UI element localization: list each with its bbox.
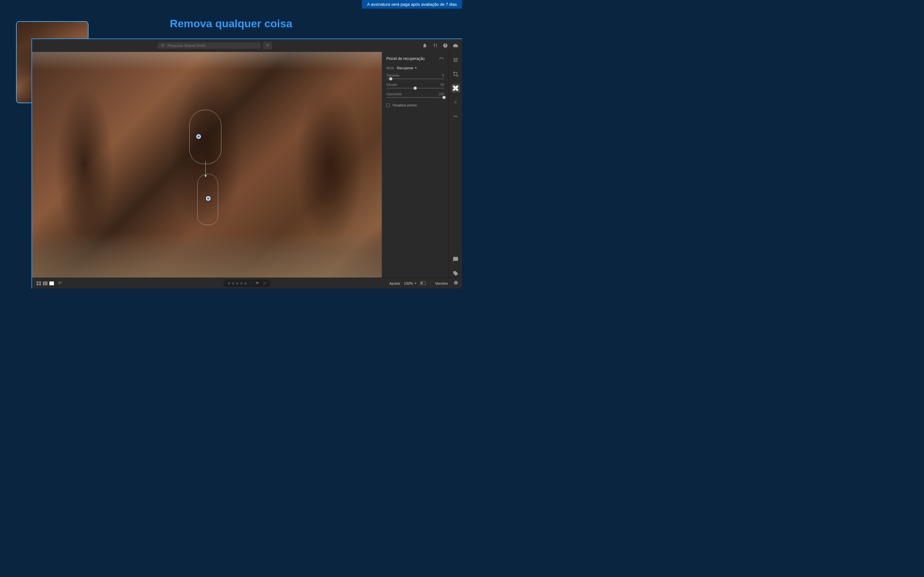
more-tool[interactable] bbox=[451, 112, 460, 121]
healing-panel: Pincel de recuperação Modo Recuperar Tam… bbox=[382, 52, 449, 277]
sort-button[interactable] bbox=[58, 280, 63, 286]
versions-button[interactable]: Versões bbox=[435, 282, 448, 285]
svg-rect-10 bbox=[45, 282, 46, 285]
bandaid-icon bbox=[453, 85, 459, 91]
tag-icon bbox=[453, 271, 459, 276]
crop-icon bbox=[453, 71, 459, 77]
help-icon[interactable] bbox=[443, 43, 448, 48]
info-icon bbox=[454, 280, 458, 285]
svg-rect-9 bbox=[43, 282, 44, 285]
svg-point-3 bbox=[455, 116, 456, 117]
grid-view-button[interactable] bbox=[36, 281, 42, 285]
adjust-tool[interactable] bbox=[451, 56, 460, 64]
svg-rect-5 bbox=[37, 282, 39, 283]
chevron-down-icon bbox=[415, 67, 417, 69]
keywords-tool[interactable] bbox=[451, 269, 460, 277]
star-icon[interactable] bbox=[236, 282, 239, 285]
crop-tool[interactable] bbox=[451, 70, 460, 78]
masking-tool[interactable] bbox=[451, 98, 460, 106]
checkbox-icon bbox=[386, 103, 390, 107]
compare-icon bbox=[43, 282, 47, 285]
top-toolbar bbox=[32, 39, 462, 52]
feather-label: Difusão bbox=[386, 83, 397, 87]
size-label: Tamanho bbox=[386, 74, 399, 77]
feather-slider[interactable] bbox=[386, 88, 444, 89]
svg-rect-6 bbox=[39, 282, 41, 283]
heal-source-outline[interactable] bbox=[189, 110, 221, 164]
svg-rect-8 bbox=[39, 284, 41, 285]
mode-label: Modo bbox=[386, 66, 394, 70]
svg-rect-11 bbox=[46, 282, 47, 285]
show-original-button[interactable] bbox=[420, 280, 426, 286]
svg-rect-14 bbox=[421, 282, 423, 284]
opacity-label: Opacidade bbox=[386, 92, 402, 96]
original-icon bbox=[420, 281, 426, 285]
healing-tool[interactable] bbox=[451, 84, 460, 92]
detail-view-button[interactable] bbox=[49, 281, 55, 285]
opacity-slider[interactable] bbox=[386, 97, 444, 98]
grid-icon bbox=[37, 282, 41, 285]
mode-dropdown[interactable]: Recuperar bbox=[397, 66, 417, 70]
visualize-spots-checkbox[interactable]: Visualizar pontos bbox=[386, 103, 444, 107]
filter-button[interactable] bbox=[263, 42, 272, 49]
star-icon[interactable] bbox=[231, 282, 235, 285]
pick-flag[interactable] bbox=[255, 280, 259, 286]
workspace: Pincel de recuperação Modo Recuperar Tam… bbox=[32, 52, 462, 277]
star-icon[interactable] bbox=[227, 282, 231, 285]
svg-point-2 bbox=[454, 116, 455, 117]
sort-icon bbox=[58, 281, 63, 285]
compare-view-button[interactable] bbox=[42, 281, 48, 285]
chevron-down-icon bbox=[414, 282, 417, 285]
star-icon[interactable] bbox=[240, 282, 243, 285]
sliders-icon bbox=[453, 57, 459, 63]
reject-flag[interactable] bbox=[263, 280, 267, 286]
star-icon[interactable] bbox=[244, 282, 247, 285]
svg-point-1 bbox=[455, 102, 456, 103]
radial-icon bbox=[453, 99, 459, 105]
opacity-value: 100 bbox=[439, 92, 444, 96]
flag-icon bbox=[255, 281, 259, 285]
reset-button[interactable] bbox=[439, 56, 444, 61]
cloud-icon[interactable] bbox=[453, 43, 458, 48]
search-field-wrap[interactable] bbox=[158, 42, 260, 49]
comment-icon bbox=[453, 256, 459, 262]
heal-pin-target[interactable] bbox=[206, 196, 210, 201]
fit-dropdown[interactable]: Ajustar 100% bbox=[389, 282, 417, 285]
share-icon[interactable] bbox=[433, 43, 438, 48]
svg-rect-12 bbox=[49, 282, 54, 285]
comments-tool[interactable] bbox=[451, 255, 460, 263]
funnel-icon bbox=[266, 44, 270, 47]
svg-point-4 bbox=[457, 116, 457, 117]
feather-value: 50 bbox=[441, 83, 444, 87]
bottom-toolbar: Ajustar 100% Versões bbox=[32, 277, 462, 288]
dots-icon bbox=[453, 113, 459, 119]
photo-canvas[interactable] bbox=[32, 52, 382, 277]
size-value: 9 bbox=[442, 74, 444, 77]
size-slider[interactable] bbox=[386, 79, 444, 79]
single-icon bbox=[49, 282, 54, 285]
rating-stars[interactable] bbox=[227, 282, 247, 285]
bell-icon[interactable] bbox=[422, 43, 427, 48]
panel-title: Pincel de recuperação bbox=[386, 56, 425, 61]
info-button[interactable] bbox=[454, 280, 458, 286]
search-icon bbox=[161, 44, 165, 47]
trial-banner: A assinatura será paga após avaliação de… bbox=[362, 0, 462, 9]
flag-x-icon bbox=[263, 281, 267, 285]
checkbox-label: Visualizar pontos bbox=[393, 103, 417, 107]
app-window: Pincel de recuperação Modo Recuperar Tam… bbox=[31, 39, 462, 288]
feature-headline: Remova qualquer coisa bbox=[170, 17, 292, 30]
svg-rect-7 bbox=[37, 284, 39, 285]
undo-icon bbox=[439, 56, 444, 60]
right-toolstrip bbox=[449, 52, 462, 277]
search-input[interactable] bbox=[168, 44, 257, 47]
heal-pin-source[interactable] bbox=[196, 134, 201, 139]
